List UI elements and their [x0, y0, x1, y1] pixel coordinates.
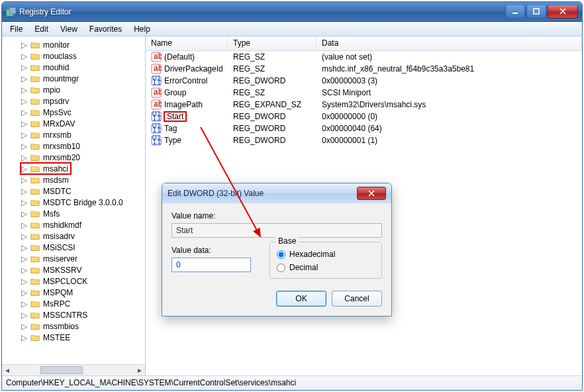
- tree-item[interactable]: ▷msisadrv: [2, 230, 145, 242]
- tree-item[interactable]: ▷mssmbios: [2, 320, 145, 332]
- expand-icon[interactable]: ▷: [21, 130, 27, 140]
- expand-icon[interactable]: ▷: [21, 40, 27, 50]
- expand-icon[interactable]: ▷: [21, 74, 27, 83]
- tree-hscrollbar[interactable]: ◂ ▸: [2, 364, 145, 375]
- column-type[interactable]: Type: [228, 36, 316, 50]
- maximize-button[interactable]: [526, 5, 546, 19]
- tree-item[interactable]: ▷MSPQM: [2, 287, 145, 298]
- value-row[interactable]: StartREG_DWORD0x00000000 (0): [146, 111, 582, 122]
- value-data-input[interactable]: [171, 258, 251, 272]
- tree-item[interactable]: ▷MSiSCSI: [2, 242, 145, 253]
- radio-dec-input[interactable]: [277, 264, 285, 272]
- tree-item[interactable]: ▷msiserver: [2, 253, 145, 264]
- expand-icon[interactable]: ▷: [21, 142, 27, 151]
- expand-icon[interactable]: ▷: [21, 119, 27, 128]
- expand-icon[interactable]: ▷: [21, 254, 27, 264]
- tree-item[interactable]: ▷mpio: [2, 84, 145, 95]
- list-header[interactable]: Name Type Data: [146, 36, 582, 51]
- menu-view[interactable]: View: [55, 23, 83, 35]
- ok-button[interactable]: OK: [276, 291, 326, 307]
- tree-item-label: mrxsmb: [43, 130, 72, 140]
- expand-icon[interactable]: ▷: [21, 220, 27, 230]
- tree-item[interactable]: ▷mountmgr: [2, 73, 145, 84]
- expand-icon[interactable]: ▷: [21, 232, 27, 241]
- expand-icon[interactable]: ▷: [21, 108, 27, 117]
- value-row[interactable]: ImagePathREG_EXPAND_SZSystem32\Drivers\m…: [146, 99, 582, 111]
- tree-item-label: mrxsmb20: [43, 153, 80, 162]
- close-button[interactable]: [548, 5, 578, 19]
- value-type: REG_SZ: [228, 88, 316, 97]
- menu-edit[interactable]: Edit: [29, 23, 54, 35]
- tree-item[interactable]: ▷MsRPC: [2, 298, 145, 309]
- tree-item[interactable]: ▷MSPCLOCK: [2, 275, 145, 287]
- minimize-button[interactable]: [505, 5, 525, 19]
- tree-item[interactable]: ▷msahci: [21, 163, 71, 174]
- tree-item[interactable]: ▷MRxDAV: [2, 118, 145, 129]
- tree-item[interactable]: ▷mrxsmb: [2, 129, 145, 140]
- column-data[interactable]: Data: [316, 36, 582, 50]
- value-row[interactable]: TagREG_DWORD0x00000040 (64): [146, 122, 582, 134]
- expand-icon[interactable]: ▷: [21, 187, 27, 196]
- menu-file[interactable]: File: [5, 23, 28, 35]
- expand-icon[interactable]: ▷: [21, 322, 27, 331]
- menu-help[interactable]: Help: [128, 23, 156, 35]
- value-row[interactable]: GroupREG_SZSCSI Miniport: [146, 87, 582, 99]
- value-row[interactable]: TypeREG_DWORD0x00000001 (1): [146, 134, 582, 146]
- expand-icon[interactable]: ▷: [21, 243, 27, 252]
- radio-hex-input[interactable]: [277, 250, 285, 259]
- column-name[interactable]: Name: [146, 36, 228, 50]
- titlebar[interactable]: Registry Editor: [2, 2, 582, 22]
- value-name-label: Value name:: [171, 211, 382, 220]
- tree-item[interactable]: ▷MSKSSRV: [2, 264, 145, 275]
- tree-item[interactable]: ▷mpsdrv: [2, 95, 145, 107]
- expand-icon[interactable]: ▷: [21, 85, 27, 95]
- expand-icon[interactable]: ▷: [21, 333, 27, 342]
- tree-item[interactable]: ▷mouclass: [2, 50, 145, 62]
- tree-item[interactable]: ▷MSDTC Bridge 3.0.0.0: [2, 197, 145, 208]
- value-row[interactable]: ErrorControlREG_DWORD0x00000003 (3): [146, 75, 582, 87]
- dialog-titlebar[interactable]: Edit DWORD (32-bit) Value: [162, 183, 391, 203]
- cancel-button[interactable]: Cancel: [332, 291, 382, 307]
- dialog-close-button[interactable]: [357, 187, 386, 200]
- tree-item[interactable]: ▷mshidkmdf: [2, 219, 145, 230]
- tree-item-label: MSDTC Bridge 3.0.0.0: [43, 198, 123, 207]
- tree-item[interactable]: ▷MSDTC: [2, 185, 145, 197]
- radio-decimal[interactable]: Decimal: [277, 261, 375, 274]
- string-icon: [151, 64, 162, 74]
- scroll-left-icon[interactable]: ◂: [2, 365, 13, 375]
- value-name-field[interactable]: [171, 223, 382, 238]
- expand-icon[interactable]: ▷: [21, 97, 27, 106]
- tree-item[interactable]: ▷mouhid: [2, 62, 145, 73]
- expand-icon[interactable]: ▷: [21, 198, 27, 207]
- radio-hexadecimal[interactable]: Hexadecimal: [277, 248, 375, 261]
- expand-icon[interactable]: ▷: [21, 209, 27, 219]
- expand-icon[interactable]: ▷: [21, 288, 27, 297]
- expand-icon[interactable]: ▷: [21, 52, 27, 61]
- tree-item-label: MsRPC: [43, 299, 70, 309]
- menu-favorites[interactable]: Favorites: [84, 23, 127, 35]
- value-row[interactable]: DriverPackageIdREG_SZmshdc.inf_x86_neutr…: [146, 63, 582, 75]
- expand-icon[interactable]: ▷: [21, 299, 27, 309]
- registry-tree[interactable]: ▷monitor▷mouclass▷mouhid▷mountmgr▷mpio▷m…: [2, 36, 145, 364]
- window-title: Registry Editor: [19, 7, 505, 17]
- expand-icon[interactable]: ▷: [21, 164, 27, 173]
- tree-item[interactable]: ▷monitor: [2, 39, 145, 50]
- expand-icon[interactable]: ▷: [21, 175, 27, 185]
- expand-icon[interactable]: ▷: [21, 277, 27, 286]
- tree-item[interactable]: ▷Msfs: [2, 208, 145, 219]
- tree-item[interactable]: ▷msdsm: [2, 174, 145, 185]
- tree-item[interactable]: ▷MSSCNTRS: [2, 309, 145, 320]
- tree-item-label: msahci: [43, 164, 68, 173]
- tree-item[interactable]: ▷MSTEE: [2, 332, 145, 343]
- expand-icon[interactable]: ▷: [21, 153, 27, 162]
- tree-item[interactable]: ▷MpsSvc: [2, 107, 145, 118]
- scroll-right-icon[interactable]: ▸: [134, 365, 145, 375]
- tree-item[interactable]: ▷mrxsmb20: [2, 152, 145, 163]
- tree-item[interactable]: ▷mrxsmb10: [2, 140, 145, 152]
- expand-icon[interactable]: ▷: [21, 311, 27, 320]
- values-list[interactable]: (Default)REG_SZ(value not set)DriverPack…: [146, 51, 582, 146]
- value-row[interactable]: (Default)REG_SZ(value not set): [146, 51, 582, 63]
- scroll-thumb[interactable]: [40, 366, 83, 374]
- expand-icon[interactable]: ▷: [21, 266, 27, 275]
- expand-icon[interactable]: ▷: [21, 63, 27, 72]
